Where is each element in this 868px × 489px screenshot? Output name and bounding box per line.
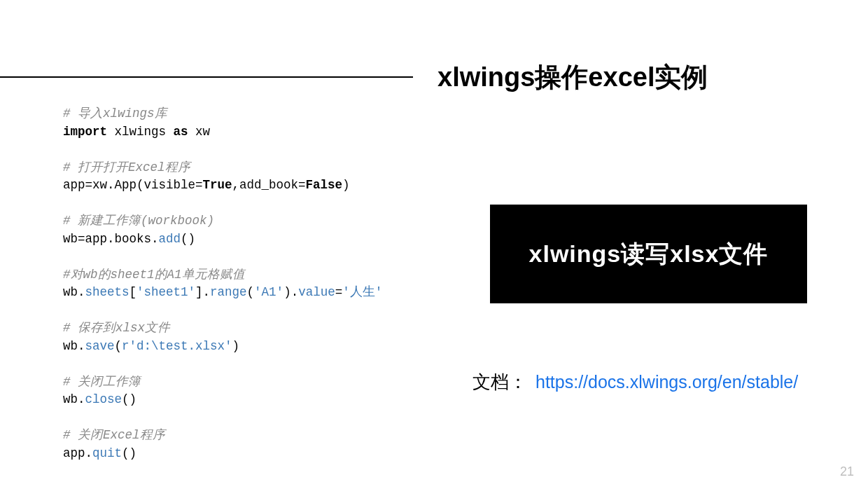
highlight-box: xlwings读写xlsx文件 bbox=[490, 205, 807, 303]
doc-line: 文档：https://docs.xlwings.org/en/stable/ bbox=[472, 370, 798, 394]
code-text: ( bbox=[115, 339, 122, 353]
code-text: ]. bbox=[195, 285, 210, 299]
code-attr: value bbox=[298, 285, 335, 299]
code-text: xlwings bbox=[107, 125, 174, 139]
code-comment: # 关闭Excel程序 bbox=[63, 428, 165, 442]
code-text: = bbox=[335, 285, 343, 299]
code-attr: add bbox=[159, 232, 181, 246]
code-text: ) bbox=[232, 339, 240, 353]
code-text: wb. bbox=[63, 339, 85, 353]
code-attr: save bbox=[85, 339, 115, 353]
page-title: xlwings操作excel实例 bbox=[438, 60, 708, 95]
code-text: [ bbox=[130, 285, 137, 299]
code-text: () bbox=[181, 232, 195, 246]
code-bool: True bbox=[203, 178, 232, 192]
page-number: 21 bbox=[840, 464, 854, 479]
code-kw: as bbox=[174, 125, 188, 139]
code-block: # 导入xlwings库 import xlwings as xw # 打开打开… bbox=[63, 105, 382, 462]
code-text: wb. bbox=[63, 285, 85, 299]
code-text: () bbox=[122, 392, 136, 406]
code-str: 'sheet1' bbox=[136, 285, 195, 299]
code-str: 'A1' bbox=[254, 285, 284, 299]
code-str: r'd:\test.xlsx' bbox=[122, 339, 232, 353]
code-attr: close bbox=[85, 392, 122, 406]
code-comment: # 导入xlwings库 bbox=[63, 106, 167, 120]
code-text: wb=app.books. bbox=[63, 232, 159, 246]
code-kw: import bbox=[63, 125, 107, 139]
code-text: ). bbox=[284, 285, 298, 299]
code-text: () bbox=[122, 446, 136, 460]
code-comment: # 新建工作簿(workbook) bbox=[63, 214, 214, 228]
code-attr: sheets bbox=[85, 285, 130, 299]
code-comment: # 打开打开Excel程序 bbox=[63, 160, 190, 174]
code-text: app. bbox=[63, 446, 92, 460]
code-text: ) bbox=[342, 178, 350, 192]
doc-label: 文档： bbox=[472, 371, 527, 392]
code-bool: False bbox=[306, 178, 343, 192]
code-str: '人生' bbox=[342, 285, 382, 299]
code-comment: # 保存到xlsx文件 bbox=[63, 321, 170, 335]
doc-link[interactable]: https://docs.xlwings.org/en/stable/ bbox=[536, 372, 798, 392]
highlight-box-text: xlwings读写xlsx文件 bbox=[529, 238, 769, 270]
header-rule bbox=[0, 76, 413, 78]
code-comment: # 关闭工作簿 bbox=[63, 375, 141, 389]
code-text: wb. bbox=[63, 392, 85, 406]
code-text: xw bbox=[188, 125, 211, 139]
code-text: app=xw.App(visible= bbox=[63, 178, 203, 192]
code-text: ( bbox=[247, 285, 255, 299]
code-attr: range bbox=[210, 285, 247, 299]
code-attr: quit bbox=[92, 446, 122, 460]
code-comment: #对wb的sheet1的A1单元格赋值 bbox=[63, 268, 245, 282]
code-text: ,add_book= bbox=[232, 178, 306, 192]
